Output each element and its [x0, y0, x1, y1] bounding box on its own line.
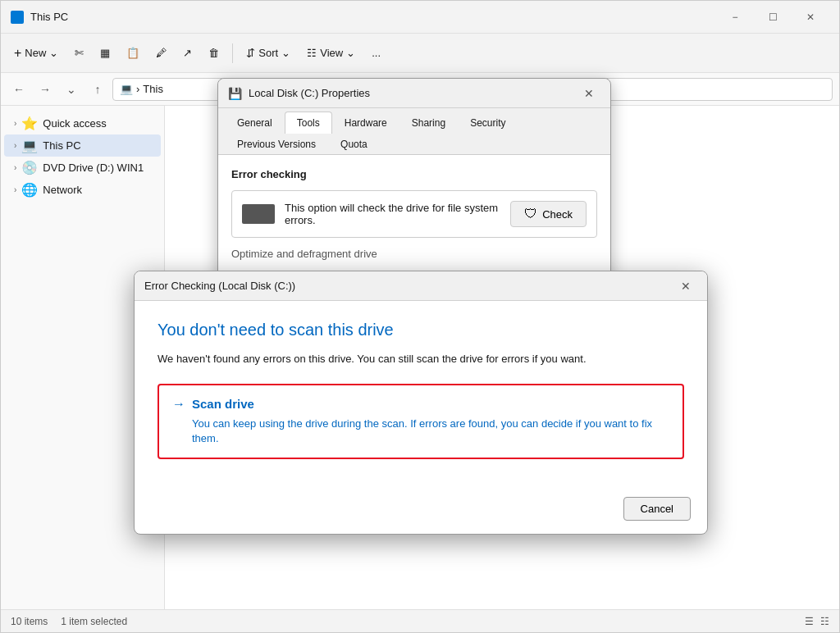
shield-icon: 🛡: [524, 207, 537, 221]
sidebar-item-label: Quick access: [43, 117, 106, 130]
status-bar: 10 items 1 item selected ☰ ☷: [1, 609, 839, 632]
more-label: ...: [372, 47, 381, 59]
path-separator: ›: [136, 83, 139, 95]
error-check-box: This option will check the drive for fil…: [231, 190, 597, 238]
rename-button[interactable]: 🖉: [149, 43, 173, 62]
error-dialog-body: You don't need to scan this drive We hav…: [135, 301, 707, 489]
properties-close-button[interactable]: ✕: [578, 82, 600, 105]
properties-icon: 💾: [228, 87, 242, 100]
minimize-button[interactable]: −: [716, 1, 754, 34]
new-icon: +: [14, 46, 21, 61]
view-chevron-icon: ⌄: [346, 47, 355, 59]
scan-drive-header: → Scan drive: [172, 397, 669, 412]
error-checking-dialog: Error Checking (Local Disk (C:)) ✕ You d…: [134, 271, 708, 535]
error-dialog-title-bar: Error Checking (Local Disk (C:)) ✕: [135, 271, 707, 301]
chevron-icon: ›: [14, 141, 16, 150]
paste-icon: 📋: [126, 47, 139, 59]
sort-icon: ⇵: [246, 47, 255, 59]
path-icon: 💻: [120, 83, 133, 95]
back-button[interactable]: ←: [7, 78, 30, 101]
properties-title: Local Disk (C:) Properties: [249, 87, 571, 99]
error-dialog-close-button[interactable]: ✕: [674, 275, 697, 298]
recent-button[interactable]: ⌄: [60, 78, 83, 101]
scan-drive-desc: You can keep using the drive during the …: [172, 417, 669, 446]
properties-content: Error checking This option will check th…: [218, 155, 610, 273]
view-button[interactable]: ☷ View ⌄: [300, 43, 362, 62]
tab-quota-label: Quota: [340, 139, 368, 150]
list-view-icon[interactable]: ☰: [805, 616, 814, 627]
tab-tools[interactable]: Tools: [285, 112, 332, 134]
chevron-icon: ›: [14, 163, 16, 172]
toolbar-separator: [232, 43, 233, 63]
new-chevron-icon: ⌄: [49, 47, 58, 59]
dvd-icon: 💿: [21, 160, 38, 175]
share-icon: ↗: [183, 47, 192, 59]
error-cancel-label: Cancel: [641, 503, 673, 515]
drive-icon: [242, 204, 275, 224]
new-button[interactable]: + New ⌄: [7, 43, 65, 64]
properties-title-bar: 💾 Local Disk (C:) Properties ✕: [218, 79, 610, 108]
sidebar-item-label: DVD Drive (D:) WIN1: [43, 162, 144, 174]
sort-chevron-icon: ⌄: [281, 47, 290, 59]
tab-previous-versions[interactable]: Previous Versions: [225, 133, 328, 155]
error-dialog-footer: Cancel: [135, 489, 707, 534]
view-icon: ☷: [307, 47, 317, 59]
title-bar: This PC − ☐ ✕: [1, 1, 839, 34]
no-scan-title: You don't need to scan this drive: [158, 321, 684, 339]
tab-hardware[interactable]: Hardware: [332, 112, 399, 134]
more-button[interactable]: ...: [365, 43, 387, 62]
cut-button[interactable]: ✄: [68, 43, 90, 62]
sidebar-item-label: This PC: [43, 139, 80, 152]
sort-label: Sort: [258, 47, 278, 59]
paste-button[interactable]: 📋: [120, 43, 146, 62]
sidebar-item-network[interactable]: › 🌐 Network: [4, 179, 161, 201]
tab-hardware-label: Hardware: [345, 117, 387, 129]
maximize-button[interactable]: ☐: [754, 1, 792, 34]
chevron-icon: ›: [14, 185, 16, 194]
tab-general[interactable]: General: [225, 112, 285, 134]
explorer-title: This PC: [30, 11, 710, 23]
delete-icon: 🗑: [208, 47, 219, 59]
tab-tools-label: Tools: [297, 117, 320, 129]
quick-access-icon: ⭐: [21, 116, 38, 131]
up-button[interactable]: ↑: [86, 78, 109, 101]
error-check-section-title: Error checking: [231, 168, 597, 180]
cut-icon: ✄: [75, 47, 84, 59]
copy-icon: ▦: [100, 47, 110, 59]
scan-drive-option[interactable]: → Scan drive You can keep using the driv…: [158, 384, 684, 459]
view-label: View: [320, 47, 343, 59]
properties-tabs: General Tools Hardware Sharing Security …: [218, 108, 610, 155]
tab-security-label: Security: [470, 117, 505, 129]
tab-quota[interactable]: Quota: [328, 133, 380, 155]
toolbar: + New ⌄ ✄ ▦ 📋 🖉 ↗ 🗑 ⇵ Sort ⌄ ☷ Vie: [1, 34, 839, 73]
selected-count: 1 item selected: [61, 616, 127, 627]
close-explorer-button[interactable]: ✕: [792, 1, 829, 34]
sidebar-item-label: Network: [43, 184, 82, 196]
item-count: 10 items: [11, 616, 48, 627]
chevron-icon: ›: [14, 119, 16, 128]
scan-drive-label: Scan drive: [192, 397, 254, 411]
error-dialog-title: Error Checking (Local Disk (C:)): [144, 280, 674, 292]
share-button[interactable]: ↗: [176, 43, 199, 62]
tab-general-label: General: [237, 117, 272, 129]
copy-button[interactable]: ▦: [94, 43, 116, 62]
this-pc-icon: 💻: [21, 138, 38, 153]
sidebar-item-quick-access[interactable]: › ⭐ Quick access: [4, 112, 161, 134]
sidebar-item-dvd-drive[interactable]: › 💿 DVD Drive (D:) WIN1: [4, 157, 161, 179]
check-button[interactable]: 🛡 Check: [510, 201, 587, 227]
tab-previous-versions-label: Previous Versions: [237, 139, 316, 150]
forward-button[interactable]: →: [34, 78, 57, 101]
no-scan-desc: We haven't found any errors on this driv…: [158, 351, 684, 367]
scan-arrow-icon: →: [172, 397, 185, 412]
grid-view-icon[interactable]: ☷: [820, 616, 829, 627]
sort-button[interactable]: ⇵ Sort ⌄: [240, 43, 297, 62]
error-dialog-cancel-button[interactable]: Cancel: [623, 497, 691, 521]
status-right: ☰ ☷: [805, 616, 829, 627]
tab-security[interactable]: Security: [458, 112, 518, 134]
title-bar-controls: − ☐ ✕: [716, 1, 829, 34]
delete-button[interactable]: 🗑: [202, 43, 226, 62]
check-btn-label: Check: [542, 208, 573, 221]
tab-sharing[interactable]: Sharing: [399, 112, 458, 134]
sidebar-item-this-pc[interactable]: › 💻 This PC: [4, 134, 161, 157]
error-check-text: This option will check the drive for fil…: [285, 202, 500, 226]
